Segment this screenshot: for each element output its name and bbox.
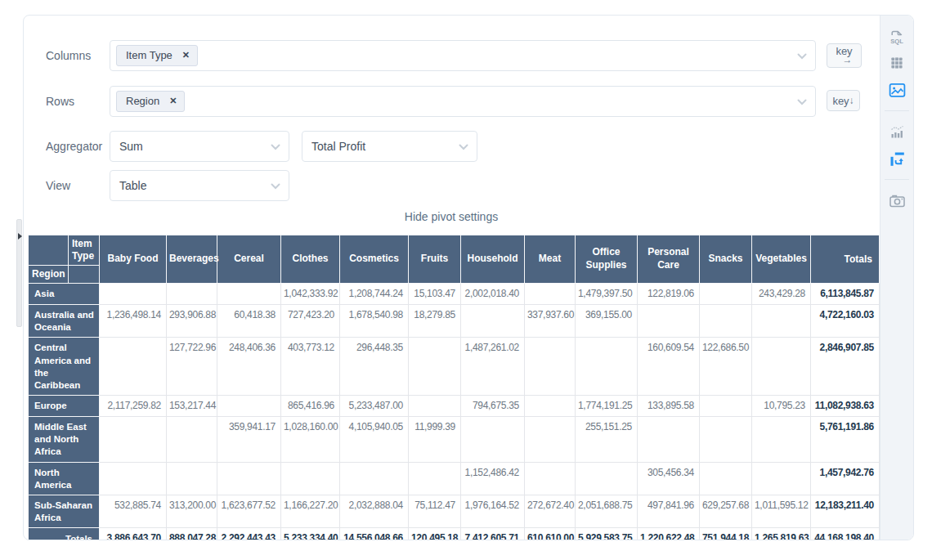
value-cell: 359,941.17 [217, 417, 281, 463]
value-cell: 497,841.96 [638, 495, 700, 527]
row-total-cell: 1,457,942.76 [811, 462, 880, 495]
value-cell: 1,678,540.98 [340, 305, 409, 338]
rows-select[interactable]: Region ✕ [110, 86, 816, 117]
value-cell: 248,406.36 [217, 338, 281, 396]
value-cell: 1,479,397.50 [576, 284, 638, 305]
value-cell: 153,217.44 [167, 396, 217, 417]
value-cell [752, 462, 811, 495]
row-total-cell: 5,761,191.86 [811, 417, 880, 463]
value-cell: 75,112.47 [409, 495, 461, 527]
value-cell [638, 305, 700, 338]
panel-collapse-handle[interactable] [16, 219, 22, 327]
column-total-cell: 610,610.00 [525, 528, 576, 540]
pivot-icon[interactable] [886, 148, 907, 169]
value-cell [700, 417, 752, 463]
column-total-cell: 751,944.18 [700, 528, 752, 540]
row-total-cell: 12,183,211.40 [811, 495, 880, 527]
column-header: Beverages [167, 235, 217, 284]
tag-label: Region [126, 95, 159, 107]
value-cell [167, 417, 217, 463]
table-row: Middle East and North Africa359,941.171,… [29, 417, 880, 463]
value-cell [700, 305, 752, 338]
row-label: Sub-Saharan Africa [29, 495, 100, 527]
value-cell [409, 462, 461, 495]
columns-label: Columns [46, 47, 91, 64]
row-label: Central America and the Caribbean [29, 338, 100, 396]
value-cell: 122,819.06 [638, 284, 700, 305]
column-total-cell: 1,265,819.63 [752, 528, 811, 540]
table-grid-icon[interactable] [886, 52, 907, 74]
column-header: Snacks [700, 235, 752, 284]
value-cell [281, 462, 340, 495]
value-cell: 337,937.60 [525, 305, 576, 338]
value-cell [525, 338, 576, 396]
column-total-cell: 120,495.18 [409, 528, 461, 540]
value-cell: 10,795.23 [752, 396, 811, 417]
aggregator-field-value: Total Profit [308, 140, 365, 153]
columns-tag-item-type[interactable]: Item Type ✕ [116, 45, 198, 66]
value-cell [340, 462, 409, 495]
camera-icon[interactable] [886, 190, 907, 211]
value-cell: 2,051,688.75 [576, 495, 638, 527]
collapse-arrow-icon [18, 233, 22, 240]
value-cell [525, 462, 576, 495]
value-cell [461, 417, 525, 463]
view-select[interactable]: Table [110, 170, 289, 201]
value-cell: 1,011,595.12 [752, 495, 811, 527]
table-row: North America1,152,486.42305,456.341,457… [29, 462, 880, 495]
value-cell: 1,623,677.52 [217, 495, 281, 527]
value-cell: 865,416.96 [281, 396, 340, 417]
value-cell [700, 396, 752, 417]
aggregator-field-select[interactable]: Total Profit [302, 131, 477, 162]
sql-icon[interactable]: SQL [886, 25, 907, 47]
row-total-cell: 6,113,845.87 [811, 284, 880, 305]
rows-label: Rows [46, 93, 74, 110]
value-cell: 1,208,744.24 [340, 284, 409, 305]
value-cell: 532,885.74 [100, 495, 167, 527]
table-row: Europe2,117,259.82153,217.44865,416.965,… [29, 396, 880, 417]
column-header: Clothes [281, 235, 340, 284]
rows-tag-region[interactable]: Region ✕ [116, 91, 185, 112]
value-cell [752, 338, 811, 396]
value-cell: 243,429.28 [752, 284, 811, 305]
tag-label: Item Type [126, 49, 173, 61]
corner-cell [29, 235, 69, 266]
value-cell: 313,200.00 [167, 495, 217, 527]
value-cell [752, 417, 811, 463]
column-order-button[interactable]: key → [827, 43, 862, 68]
pivot-table-body: Asia1,042,333.921,208,744.2415,103.472,0… [29, 284, 880, 541]
remove-tag-icon[interactable]: ✕ [169, 96, 177, 106]
remove-tag-icon[interactable]: ✕ [182, 50, 190, 60]
hide-pivot-settings-link[interactable]: Hide pivot settings [24, 210, 879, 223]
value-cell: 1,774,191.25 [576, 396, 638, 417]
totals-row-label: Totals [29, 528, 100, 540]
column-header: Personal Care [638, 235, 700, 284]
value-cell: 2,002,018.40 [461, 284, 525, 305]
value-cell [217, 284, 281, 305]
value-cell: 1,152,486.42 [461, 462, 525, 495]
value-cell [525, 284, 576, 305]
pivot-table-head: Item TypeBaby FoodBeveragesCerealClothes… [29, 235, 880, 284]
column-header: Household [461, 235, 525, 284]
value-cell [700, 462, 752, 495]
row-axis-label: Region [29, 266, 69, 284]
col-axis-label: Item Type [69, 235, 100, 266]
columns-select[interactable]: Item Type ✕ [110, 40, 816, 71]
row-order-button[interactable]: key ↓ [827, 90, 860, 111]
row-total-cell: 11,082,938.63 [811, 396, 880, 417]
value-cell [100, 417, 167, 463]
value-cell [525, 396, 576, 417]
blank-header-cell [69, 266, 100, 284]
aggregator-value: Sum [116, 140, 143, 153]
value-cell [700, 284, 752, 305]
value-cell: 4,105,940.05 [340, 417, 409, 463]
row-label: North America [29, 462, 100, 495]
image-icon[interactable] [886, 79, 907, 101]
table-row: Australia and Oceania1,236,498.14293,906… [29, 305, 880, 338]
value-cell: 794,675.35 [461, 396, 525, 417]
column-total-cell: 5,233,334.40 [281, 528, 340, 540]
value-cell [752, 305, 811, 338]
aggregator-select[interactable]: Sum [110, 131, 289, 162]
chart-icon[interactable] [886, 121, 907, 142]
row-label: Europe [29, 396, 100, 417]
